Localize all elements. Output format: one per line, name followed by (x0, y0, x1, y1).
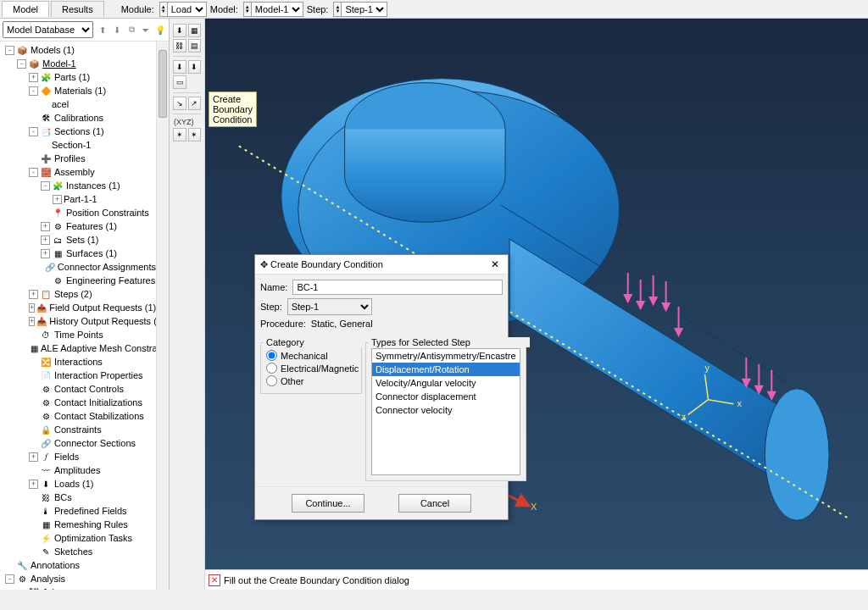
tree-item[interactable]: 〰Amplitudes (2, 463, 156, 477)
tree-item[interactable]: -🔶Materials (1) (2, 84, 156, 97)
model-select[interactable]: Model-1 (251, 2, 303, 17)
nav-down-icon[interactable]: ⬇ (111, 24, 123, 36)
tree-expander-icon[interactable]: - (29, 168, 38, 177)
database-select[interactable]: Model Database (3, 21, 93, 38)
tree-expander-icon[interactable]: + (53, 195, 62, 204)
tree-item[interactable]: -🧩Instances (1) (2, 179, 156, 192)
tree-item[interactable]: 🔧Annotations (2, 558, 156, 572)
tree-expander-icon[interactable]: - (5, 574, 14, 584)
module-spinner[interactable]: ▲▼ (159, 2, 167, 17)
tool-grid-icon[interactable]: ▦ (188, 24, 202, 37)
tree-scrollbar[interactable] (156, 42, 169, 590)
name-input[interactable] (292, 280, 503, 295)
tool-temp-icon[interactable]: ▭ (173, 75, 186, 89)
type-symmetry[interactable]: Symmetry/Antisymmetry/Encastre (372, 349, 520, 363)
tree-item[interactable]: 🛠Calibrations (2, 111, 156, 125)
tree-item[interactable]: ✎Sketches (2, 545, 156, 558)
tree-expander-icon[interactable]: - (29, 86, 38, 96)
type-displacement[interactable]: Displacement/Rotation (372, 363, 520, 376)
type-velocity[interactable]: Velocity/Angular velocity (372, 376, 520, 390)
tree-item[interactable]: 💾Jobs (2, 585, 156, 590)
tree-item[interactable]: -🧱Assembly (2, 165, 156, 179)
tree-item[interactable]: ⏱Time Points (2, 328, 156, 341)
filter-icon[interactable]: ⏷ (140, 24, 152, 36)
types-list[interactable]: Symmetry/Antisymmetry/Encastre Displacem… (371, 348, 520, 475)
step-select-dlg[interactable]: Step-1 (287, 298, 372, 315)
tree-item[interactable]: +📋Steps (2) (2, 287, 156, 301)
tree-item[interactable]: 🔒Constraints (2, 423, 156, 436)
tree-item[interactable]: acel (2, 97, 156, 111)
type-conn-vel[interactable]: Connector velocity (372, 403, 520, 417)
continue-button[interactable]: Continue... (292, 494, 364, 513)
tree-expander-icon[interactable]: - (41, 181, 50, 191)
tool-axis-icon[interactable]: ✶ (173, 128, 186, 141)
tree-item[interactable]: 🔗Connector Assignments (2, 260, 156, 274)
tree-item[interactable]: Section-1 (2, 138, 156, 152)
tree-item[interactable]: +▦Surfaces (1) (2, 247, 156, 260)
tree-item[interactable]: ▦ALE Adaptive Mesh Constrai (2, 341, 156, 355)
tree-item[interactable]: +⬇Loads (1) (2, 477, 156, 491)
tab-model[interactable]: Model (2, 1, 49, 17)
tree-item[interactable]: +⚙Features (1) (2, 219, 156, 233)
dialog-close-icon[interactable]: ✕ (487, 258, 503, 270)
tree-item[interactable]: -⚙Analysis (2, 572, 156, 585)
tree-item[interactable]: 📍Position Constraints (2, 206, 156, 219)
tree-expander-icon[interactable]: + (29, 290, 38, 299)
tree-item[interactable]: ⚡Optimization Tasks (2, 531, 156, 545)
tool-bc-icon[interactable]: ⛓ (173, 39, 186, 53)
tree-item[interactable]: ⚙Engineering Features (2, 274, 156, 287)
tree-expander-icon[interactable]: - (17, 59, 26, 69)
tree-expander-icon[interactable]: + (41, 222, 50, 231)
tree-item[interactable]: -📦Model-1 (2, 57, 156, 70)
tool-load-icon[interactable]: ⬇ (173, 24, 186, 37)
step-spinner[interactable]: ▲▼ (333, 2, 341, 17)
status-stop-icon[interactable]: ✕ (209, 574, 220, 586)
tree-expander-icon[interactable]: + (29, 303, 35, 313)
tree-item[interactable]: +𝑓Fields (2, 450, 156, 463)
tree-item[interactable]: ⛓BCs (2, 491, 156, 504)
model-spinner[interactable]: ▲▼ (243, 2, 251, 17)
tree-item[interactable]: ▦Remeshing Rules (2, 518, 156, 531)
tool-csys-icon[interactable]: ↘ (173, 97, 186, 110)
tree-item[interactable]: +📥History Output Requests (1) (2, 314, 156, 328)
tree-item[interactable]: ⚙Contact Initializations (2, 396, 156, 409)
bulb-icon[interactable]: 💡 (154, 24, 166, 36)
tree-item[interactable]: ⚙Contact Stabilizations (2, 409, 156, 423)
radio-mechanical[interactable]: Mechanical (266, 350, 356, 361)
tree-item[interactable]: 📄Interaction Properties (2, 369, 156, 382)
tree-item[interactable]: +📤Field Output Requests (1) (2, 301, 156, 314)
tree-item[interactable]: ⚙Contact Controls (2, 382, 156, 396)
tree-item[interactable]: 🌡Predefined Fields (2, 504, 156, 518)
tool-field2-icon[interactable]: ⬇ (188, 60, 202, 74)
radio-other[interactable]: Other (266, 375, 356, 386)
tree-expander-icon[interactable]: + (41, 249, 50, 258)
tree-item[interactable]: 🔗Connector Sections (2, 436, 156, 450)
nav-up-icon[interactable]: ⬆ (97, 24, 108, 36)
tool-field-icon[interactable]: ⬇ (173, 60, 186, 74)
tool-table-icon[interactable]: ▤ (188, 39, 202, 53)
tree-item[interactable]: +Part-1-1 (2, 192, 156, 206)
copy-icon[interactable]: ⧉ (125, 24, 137, 36)
tree-item[interactable]: -📑Sections (1) (2, 125, 156, 138)
tree-item[interactable]: -📦Models (1) (2, 43, 156, 57)
tree-expander-icon[interactable]: + (41, 236, 50, 245)
tree-expander-icon[interactable]: + (29, 73, 38, 82)
module-select[interactable]: Load (167, 2, 207, 17)
model-tree[interactable]: -📦Models (1)-📦Model-1+🧩Parts (1)-🔶Materi… (0, 42, 156, 590)
tree-expander-icon[interactable]: + (29, 317, 35, 326)
tree-item[interactable]: +🧩Parts (1) (2, 70, 156, 84)
step-select[interactable]: Step-1 (341, 2, 387, 17)
tool-csys2-icon[interactable]: ↗ (188, 97, 202, 110)
tree-expander-icon[interactable]: + (29, 480, 38, 489)
tree-expander-icon[interactable]: - (5, 46, 14, 55)
tool-axis2-icon[interactable]: ✶ (188, 128, 202, 141)
tree-item[interactable]: ➕Profiles (2, 152, 156, 165)
tree-item[interactable]: +🗂Sets (1) (2, 233, 156, 247)
tree-expander-icon[interactable]: + (29, 452, 38, 462)
type-conn-disp[interactable]: Connector displacement (372, 390, 520, 403)
tree-expander-icon[interactable]: - (29, 127, 38, 136)
radio-electrical[interactable]: Electrical/Magnetic (266, 363, 356, 374)
cancel-button[interactable]: Cancel (398, 494, 471, 513)
tree-item[interactable]: 🔀Interactions (2, 355, 156, 369)
tab-results[interactable]: Results (51, 1, 104, 17)
